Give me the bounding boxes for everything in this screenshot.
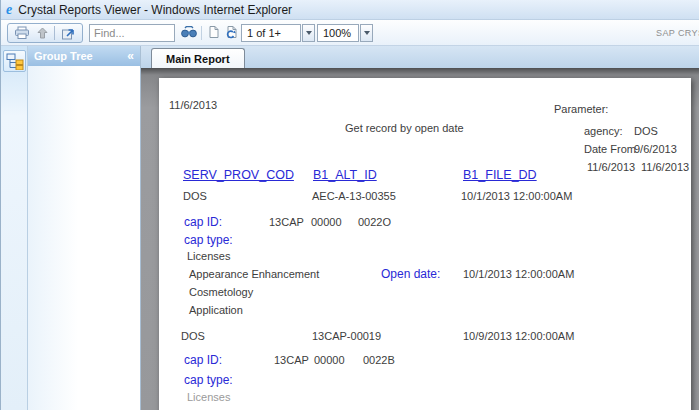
cap-type-item: Cosmetology	[189, 286, 253, 298]
cap-type-item: Application	[189, 304, 243, 316]
open-date-label: Open date:	[381, 267, 440, 281]
tab-strip: Main Report	[141, 46, 699, 68]
chevron-down-icon	[306, 31, 312, 35]
report-print-date: 11/6/2013	[169, 99, 217, 111]
parameter-value: DOS	[634, 125, 658, 137]
cap-type-item: Licenses	[187, 250, 230, 262]
find-search-button[interactable]	[179, 24, 199, 42]
record-serv-prov-cod: DOS	[181, 330, 205, 342]
group-tree-icon	[6, 53, 24, 70]
group-tree-body	[28, 66, 140, 410]
print-export-button-group	[7, 23, 83, 43]
column-header-serv-prov-cod: SERV_PROV_COD	[183, 168, 294, 182]
group-tree-toggle-button[interactable]	[3, 50, 26, 72]
binoculars-icon	[181, 26, 197, 38]
find-input[interactable]	[89, 24, 175, 42]
cap-type-label: cap type:	[184, 373, 233, 387]
parameter-label: 11/6/2013	[587, 161, 635, 173]
page-icon	[208, 25, 220, 39]
report-title: Get record by open date	[345, 122, 464, 134]
print-button[interactable]	[13, 25, 31, 41]
report-viewport: 11/6/2013 Get record by open date Parame…	[141, 68, 699, 410]
record-serv-prov-cod: DOS	[183, 190, 207, 202]
collapse-panel-button[interactable]: «	[127, 50, 134, 62]
cap-type-item: Licenses	[187, 391, 230, 403]
tab-main-report[interactable]: Main Report	[151, 48, 245, 68]
group-tree-header: Group Tree «	[28, 46, 140, 66]
open-date-value: 10/1/2013 12:00:00AM	[463, 268, 574, 280]
title-bar: e Crystal Reports Viewer - Windows Inter…	[1, 0, 699, 20]
prev-page-button[interactable]	[206, 24, 222, 42]
record-b1-file-dd: 10/1/2013 12:00:00AM	[461, 190, 572, 202]
toolbar-separator	[54, 26, 55, 40]
main-report-area: Main Report 11/6/2013 Get record by open…	[141, 46, 699, 410]
page-indicator-dropdown-button[interactable]	[302, 24, 315, 42]
report-page: 11/6/2013 Get record by open date Parame…	[159, 78, 691, 410]
cap-id-part: 0022O	[358, 216, 391, 228]
cap-id-label: cap ID:	[184, 353, 222, 367]
cap-id-part: 13CAP	[269, 216, 304, 228]
parameter-heading: Parameter:	[554, 103, 608, 115]
toolbar-separator	[201, 26, 202, 40]
internet-explorer-icon: e	[6, 3, 12, 17]
cap-type-item: Appearance Enhancement	[189, 268, 319, 280]
window-title: Crystal Reports Viewer - Windows Interne…	[18, 3, 292, 17]
crystal-reports-viewer-window: e Crystal Reports Viewer - Windows Inter…	[0, 0, 699, 410]
export-icon	[61, 27, 76, 40]
cap-id-part: 00000	[314, 354, 345, 366]
parameter-value: 11/6/2013	[641, 161, 689, 173]
arrow-up-icon	[37, 27, 48, 39]
record-b1-alt-id: AEC-A-13-00355	[312, 190, 396, 202]
side-icon-strip	[1, 46, 28, 410]
zoom-level-field[interactable]: 100%	[317, 24, 359, 42]
cap-id-part: 0022B	[363, 354, 395, 366]
printer-icon	[14, 26, 30, 40]
cap-id-part: 13CAP	[274, 354, 309, 366]
column-header-b1-alt-id: B1_ALT_ID	[313, 168, 377, 182]
tab-label: Main Report	[166, 53, 230, 65]
group-tree-title: Group Tree	[34, 50, 127, 62]
export-button[interactable]	[60, 25, 77, 41]
cap-type-label: cap type:	[184, 233, 233, 247]
parameter-label: agency:	[584, 125, 623, 137]
toolbar: 1 of 1+ 100% SAP CRYS	[1, 20, 699, 46]
column-header-b1-file-dd: B1_FILE_DD	[463, 168, 537, 182]
cap-id-label: cap ID:	[184, 215, 222, 229]
go-to-page-button[interactable]	[223, 24, 239, 42]
cap-id-part: 00000	[311, 216, 342, 228]
arrow-up-button[interactable]	[36, 25, 49, 41]
parameter-label: Date From	[584, 143, 636, 155]
record-b1-file-dd: 10/9/2013 12:00:00AM	[463, 330, 574, 342]
page-indicator-field[interactable]: 1 of 1+	[241, 24, 301, 42]
record-b1-alt-id: 13CAP-00019	[312, 330, 381, 342]
go-to-page-icon	[225, 25, 238, 39]
sap-crystal-brand-label: SAP CRYS	[656, 28, 699, 38]
content-area: Group Tree « Main Report 11/6/2013 Get r…	[1, 46, 699, 410]
parameter-value: 9/6/2013	[634, 143, 677, 155]
group-tree-panel: Group Tree «	[28, 46, 141, 410]
zoom-dropdown-button[interactable]	[360, 24, 373, 42]
chevron-down-icon	[364, 31, 370, 35]
zoom-level-value: 100%	[323, 27, 351, 39]
page-indicator-value: 1 of 1+	[247, 27, 281, 39]
